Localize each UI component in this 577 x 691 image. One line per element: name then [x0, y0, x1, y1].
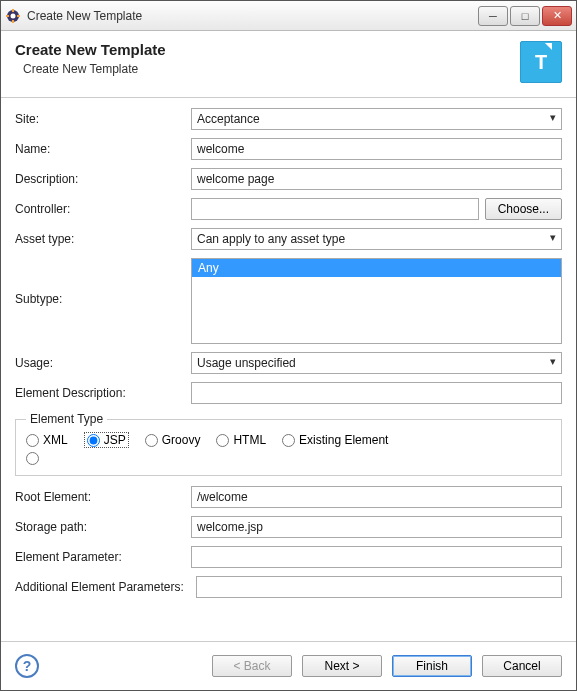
choose-button[interactable]: Choose...	[485, 198, 562, 220]
name-input[interactable]	[191, 138, 562, 160]
content-area: Site: Name: Description: Controller: Cho…	[1, 98, 576, 641]
element-description-label: Element Description:	[15, 386, 185, 400]
radio-xml[interactable]: XML	[26, 433, 68, 447]
root-element-input[interactable]	[191, 486, 562, 508]
back-button[interactable]: < Back	[212, 655, 292, 677]
header: Create New Template Create New Template …	[1, 31, 576, 98]
radio-existing-element[interactable]: Existing Element	[282, 433, 388, 447]
svg-rect-5	[17, 15, 20, 17]
page-title: Create New Template	[15, 41, 166, 58]
element-description-input[interactable]	[191, 382, 562, 404]
site-label: Site:	[15, 112, 185, 126]
radio-empty[interactable]	[26, 452, 551, 465]
asset-type-select[interactable]	[191, 228, 562, 250]
controller-input[interactable]	[191, 198, 479, 220]
subtype-option-any[interactable]: Any	[192, 259, 561, 277]
radio-jsp[interactable]: JSP	[84, 432, 129, 448]
subtype-label: Subtype:	[15, 258, 185, 306]
subtype-listbox[interactable]: Any	[191, 258, 562, 344]
storage-path-label: Storage path:	[15, 520, 185, 534]
usage-label: Usage:	[15, 356, 185, 370]
site-select[interactable]	[191, 108, 562, 130]
svg-rect-2	[12, 9, 14, 12]
radio-html[interactable]: HTML	[216, 433, 266, 447]
app-icon	[5, 8, 21, 24]
description-label: Description:	[15, 172, 185, 186]
asset-type-label: Asset type:	[15, 232, 185, 246]
svg-rect-3	[12, 20, 14, 23]
template-icon: T	[520, 41, 562, 83]
minimize-button[interactable]: ─	[478, 6, 508, 26]
radio-groovy[interactable]: Groovy	[145, 433, 201, 447]
page-subtitle: Create New Template	[15, 62, 166, 76]
svg-point-1	[11, 13, 16, 18]
additional-parameters-input[interactable]	[196, 576, 562, 598]
next-button[interactable]: Next >	[302, 655, 382, 677]
root-element-label: Root Element:	[15, 490, 185, 504]
element-type-legend: Element Type	[26, 412, 107, 426]
close-button[interactable]: ✕	[542, 6, 572, 26]
element-parameter-label: Element Parameter:	[15, 550, 185, 564]
finish-button[interactable]: Finish	[392, 655, 472, 677]
help-icon[interactable]: ?	[15, 654, 39, 678]
cancel-button[interactable]: Cancel	[482, 655, 562, 677]
titlebar[interactable]: Create New Template ─ □ ✕	[1, 1, 576, 31]
window-controls: ─ □ ✕	[478, 6, 572, 26]
usage-select[interactable]	[191, 352, 562, 374]
controller-label: Controller:	[15, 202, 185, 216]
element-parameter-input[interactable]	[191, 546, 562, 568]
element-type-group: Element Type XML JSP Groovy HTML Existin…	[15, 412, 562, 476]
additional-parameters-label: Additional Element Parameters:	[15, 580, 190, 594]
name-label: Name:	[15, 142, 185, 156]
storage-path-input[interactable]	[191, 516, 562, 538]
maximize-button[interactable]: □	[510, 6, 540, 26]
window-title: Create New Template	[27, 9, 478, 23]
description-input[interactable]	[191, 168, 562, 190]
dialog-window: Create New Template ─ □ ✕ Create New Tem…	[0, 0, 577, 691]
svg-rect-4	[6, 15, 9, 17]
footer: ? < Back Next > Finish Cancel	[1, 641, 576, 690]
